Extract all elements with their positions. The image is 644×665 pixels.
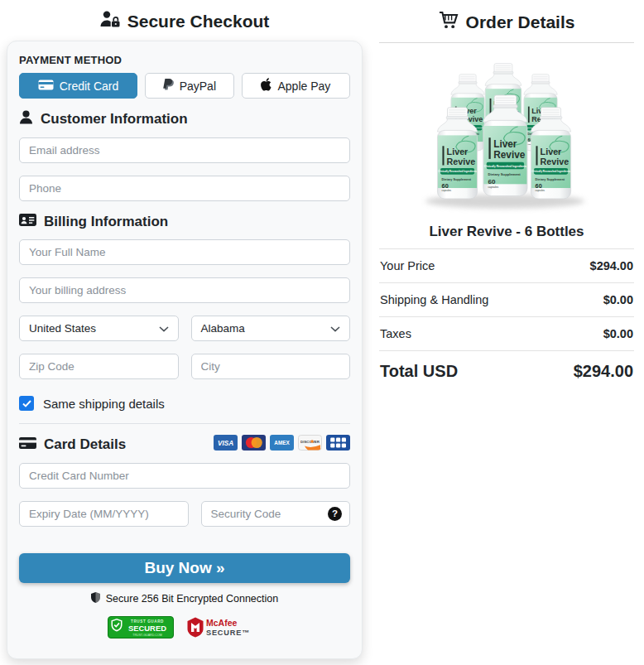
order-details-title: Order Details xyxy=(466,12,575,32)
price-row-label: Your Price xyxy=(380,259,435,272)
security-code-wrap: ? xyxy=(201,501,351,539)
visa-icon: VISA xyxy=(214,435,238,454)
expiry-date-field[interactable] xyxy=(19,501,189,527)
payment-method-group: Credit Card PayPal xyxy=(19,73,350,99)
price-row-value: $294.00 xyxy=(590,259,633,272)
checkout-column: Secure Checkout PAYMENT METHOD Credit Ca… xyxy=(0,0,369,659)
trust-badges-row: TRUST GUARD SECURED TRUST-GUARD.COM McAf… xyxy=(19,616,350,645)
secure-checkout-heading: Secure Checkout xyxy=(0,11,369,31)
total-row: Total USD $294.00 xyxy=(379,350,634,381)
product-image-liver-revive-6-bottles: Liver Revive Clinically Researched Ingre… xyxy=(379,55,634,214)
country-select[interactable]: United States xyxy=(19,316,179,341)
trust-guard-badge: TRUST GUARD SECURED TRUST-GUARD.COM xyxy=(108,616,174,642)
discover-icon: DISCOVER xyxy=(298,435,322,454)
buy-now-button[interactable]: Buy Now » xyxy=(19,553,350,583)
order-summary-column: Order Details xyxy=(369,0,644,659)
user-lock-icon xyxy=(100,11,120,31)
checkout-page: Secure Checkout PAYMENT METHOD Credit Ca… xyxy=(0,0,644,659)
shopping-cart-icon xyxy=(439,11,459,33)
price-row-your-price: Your Price $294.00 xyxy=(379,248,634,282)
total-label: Total USD xyxy=(380,362,458,381)
phone-field[interactable] xyxy=(19,176,350,201)
buy-now-label: Buy Now » xyxy=(144,559,224,577)
price-row-label: Taxes xyxy=(380,327,411,340)
paypal-icon xyxy=(163,79,174,94)
credit-card-method-button[interactable]: Credit Card xyxy=(19,73,137,99)
address-card-icon xyxy=(19,214,36,230)
product-title: Liver Revive - 6 Bottles xyxy=(379,224,634,240)
expiry-cvv-row: ? xyxy=(19,501,350,539)
secure-checkout-title: Secure Checkout xyxy=(127,12,270,31)
svg-text:SECURE™: SECURE™ xyxy=(206,629,250,637)
apple-icon xyxy=(261,78,272,94)
apple-pay-method-label: Apple Pay xyxy=(277,80,330,93)
card-details-heading: Card Details xyxy=(19,436,126,453)
price-row-label: Shipping & Handling xyxy=(380,293,488,306)
country-selected-value: United States xyxy=(29,322,96,335)
city-field[interactable] xyxy=(191,354,351,379)
order-details-heading: Order Details xyxy=(379,11,634,33)
zip-code-field[interactable] xyxy=(19,354,179,379)
secure-connection-note: Secure 256 Bit Encrypted Connection xyxy=(19,592,350,605)
price-row-value: $0.00 xyxy=(603,293,633,306)
price-row-value: $0.00 xyxy=(603,327,633,340)
order-details-panel: Liver Revive Clinically Researched Ingre… xyxy=(379,42,634,381)
billing-information-title: Billing Information xyxy=(44,214,168,230)
credit-card-method-label: Credit Card xyxy=(60,80,119,93)
svg-text:DISCOVER: DISCOVER xyxy=(300,440,320,444)
price-row-taxes: Taxes $0.00 xyxy=(379,316,634,350)
credit-card-icon xyxy=(19,436,36,453)
same-shipping-label: Same shipping details xyxy=(43,397,165,411)
paypal-method-label: PayPal xyxy=(180,80,216,93)
mcafee-secure-badge: McAfee SECURE™ xyxy=(185,616,262,642)
same-shipping-row: Same shipping details xyxy=(19,396,350,411)
zip-city-row xyxy=(19,354,350,392)
customer-information-heading: Customer Information xyxy=(19,110,350,128)
svg-text:McAfee: McAfee xyxy=(206,618,238,628)
payment-method-label: PAYMENT METHOD xyxy=(19,54,350,66)
customer-information-title: Customer Information xyxy=(41,111,188,128)
shield-icon xyxy=(91,592,100,605)
apple-pay-method-button[interactable]: Apple Pay xyxy=(242,73,350,99)
svg-text:TRUST-GUARD.COM: TRUST-GUARD.COM xyxy=(132,634,161,637)
price-summary: Your Price $294.00 Shipping & Handling $… xyxy=(379,248,634,381)
price-row-shipping: Shipping & Handling $0.00 xyxy=(379,282,634,316)
same-shipping-checkbox[interactable] xyxy=(19,396,34,411)
total-value: $294.00 xyxy=(574,362,633,381)
svg-text:AMEX: AMEX xyxy=(274,440,290,446)
amex-icon: AMEX xyxy=(270,435,294,454)
state-selected-value: Alabama xyxy=(201,322,245,335)
accepted-cards-row: VISA AMEX xyxy=(214,435,350,454)
billing-address-field[interactable] xyxy=(19,277,350,303)
checkout-form-card: PAYMENT METHOD Credit Card xyxy=(7,41,363,659)
section-divider xyxy=(19,423,350,424)
question-circle-icon[interactable]: ? xyxy=(328,507,342,521)
chevron-down-icon xyxy=(330,322,340,335)
card-details-heading-row: Card Details VISA xyxy=(19,435,350,454)
state-select[interactable]: Alabama xyxy=(191,316,351,341)
user-icon xyxy=(19,110,33,128)
secure-connection-text: Secure 256 Bit Encrypted Connection xyxy=(106,593,278,605)
mastercard-icon xyxy=(242,435,266,454)
other-cards-icon xyxy=(326,435,350,454)
credit-card-icon xyxy=(38,80,54,93)
svg-text:VISA: VISA xyxy=(218,440,233,447)
card-details-title: Card Details xyxy=(44,436,126,453)
email-field[interactable] xyxy=(19,137,350,163)
paypal-method-button[interactable]: PayPal xyxy=(145,73,234,99)
svg-text:SECURED: SECURED xyxy=(128,624,166,633)
full-name-field[interactable] xyxy=(19,239,350,265)
country-state-row: United States Alabama xyxy=(19,316,350,354)
card-number-field[interactable] xyxy=(19,463,350,489)
chevron-down-icon xyxy=(159,322,169,335)
billing-information-heading: Billing Information xyxy=(19,214,350,230)
